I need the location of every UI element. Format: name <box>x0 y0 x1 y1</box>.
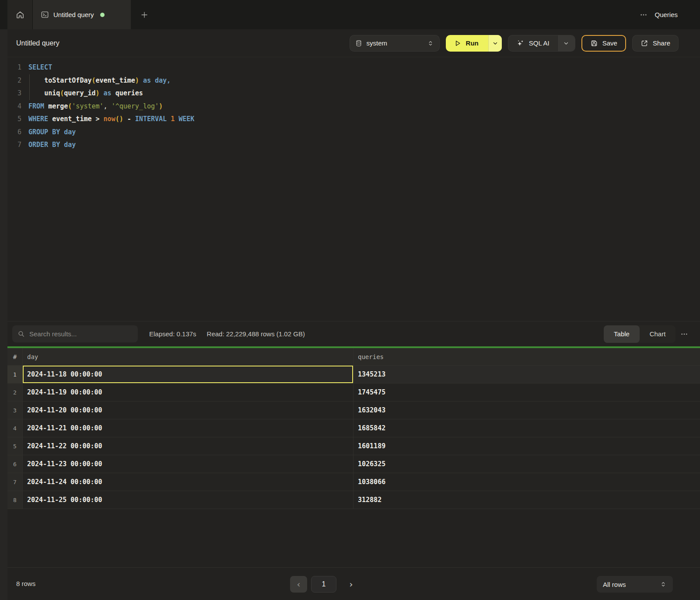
save-label: Save <box>602 39 617 47</box>
day-cell[interactable]: 2024-11-23 00:00:00 <box>23 455 353 473</box>
code-text: SELECT <box>21 61 52 74</box>
row-index-cell[interactable]: 7 <box>7 473 23 491</box>
line-number: 7 <box>7 139 21 152</box>
plus-icon <box>140 11 148 19</box>
results-table: # day queries 12024-11-18 00:00:00134521… <box>7 348 700 509</box>
column-header-queries[interactable]: queries <box>353 348 700 366</box>
code-text: GROUP BY day <box>21 126 76 139</box>
save-button[interactable]: Save <box>581 35 626 52</box>
queries-cell[interactable]: 312882 <box>353 491 700 509</box>
row-index-cell[interactable]: 1 <box>7 366 23 384</box>
left-edge-rail <box>0 29 7 600</box>
table-row: 52024-11-22 00:00:001601189 <box>7 437 700 455</box>
day-cell[interactable]: 2024-11-18 00:00:00 <box>23 366 353 384</box>
day-cell[interactable]: 2024-11-24 00:00:00 <box>23 473 353 491</box>
rows-per-page-selector[interactable]: All rows <box>597 576 673 593</box>
sql-ai-button-group: SQL AI <box>508 35 575 52</box>
line-number: 2 <box>7 74 21 87</box>
chevron-down-icon <box>492 40 498 46</box>
next-page-button[interactable]: › <box>343 576 360 593</box>
current-page-button[interactable]: 1 <box>311 576 336 593</box>
row-index-cell[interactable]: 3 <box>7 401 23 419</box>
tab-chart-view[interactable]: Chart <box>640 325 676 343</box>
day-cell[interactable]: 2024-11-22 00:00:00 <box>23 437 353 455</box>
queries-value: 1038066 <box>358 478 385 486</box>
tab-bar: Untitled query Queries <box>0 0 700 29</box>
terminal-icon <box>41 10 49 19</box>
queries-cell[interactable]: 1601189 <box>353 437 700 455</box>
day-value: 2024-11-19 00:00:00 <box>27 388 102 396</box>
table-row: 12024-11-18 00:00:001345213 <box>7 366 700 384</box>
results-more-options-button[interactable] <box>676 330 693 338</box>
queries-link[interactable]: Queries <box>654 11 678 18</box>
pagination: ‹ 1 › <box>290 576 360 593</box>
sql-ai-button[interactable]: SQL AI <box>508 35 557 51</box>
queries-value: 312882 <box>358 496 382 504</box>
row-index-cell[interactable]: 8 <box>7 491 23 509</box>
day-value: 2024-11-22 00:00:00 <box>27 442 102 450</box>
queries-cell[interactable]: 1026325 <box>353 455 700 473</box>
home-icon <box>16 10 24 19</box>
code-line[interactable]: 1SELECT <box>7 61 700 74</box>
tab-table-view[interactable]: Table <box>604 325 640 343</box>
code-text: ORDER BY day <box>21 139 76 152</box>
day-cell[interactable]: 2024-11-25 00:00:00 <box>23 491 353 509</box>
query-toolbar: Untitled query system <box>7 29 700 57</box>
queries-value: 1632043 <box>358 406 385 414</box>
save-icon <box>590 39 598 47</box>
more-options-icon[interactable] <box>640 11 648 19</box>
code-line[interactable]: 3 uniq(query_id) as queries <box>7 87 700 100</box>
queries-cell[interactable]: 1685842 <box>353 419 700 437</box>
new-tab-button[interactable] <box>131 0 158 29</box>
queries-value: 1685842 <box>358 424 385 432</box>
results-footer: 8 rows ‹ 1 › All rows <box>7 567 700 600</box>
queries-cell[interactable]: 1038066 <box>353 473 700 491</box>
search-results-box[interactable] <box>12 325 138 342</box>
play-icon <box>454 39 462 47</box>
previous-page-button[interactable]: ‹ <box>290 576 307 593</box>
day-cell[interactable]: 2024-11-21 00:00:00 <box>23 419 353 437</box>
tab-title: Untitled query <box>53 11 94 18</box>
queries-cell[interactable]: 1745475 <box>353 384 700 401</box>
share-label: Share <box>653 39 670 47</box>
sql-editor[interactable]: 1SELECT2 toStartOfDay(event_time) as day… <box>7 57 700 321</box>
day-value: 2024-11-23 00:00:00 <box>27 460 102 468</box>
day-cell[interactable]: 2024-11-20 00:00:00 <box>23 401 353 419</box>
database-selector[interactable]: system <box>350 35 440 52</box>
chevron-left-icon: ‹ <box>297 580 301 589</box>
code-line[interactable]: 7ORDER BY day <box>7 139 700 152</box>
day-value: 2024-11-21 00:00:00 <box>27 424 102 432</box>
line-number: 4 <box>7 100 21 113</box>
search-results-input[interactable] <box>29 330 133 338</box>
day-value: 2024-11-18 00:00:00 <box>27 370 102 378</box>
row-index-cell[interactable]: 2 <box>7 384 23 401</box>
code-line[interactable]: 2 toStartOfDay(event_time) as day, <box>7 74 700 87</box>
run-button[interactable]: Run <box>446 35 488 52</box>
queries-value: 1745475 <box>358 388 385 396</box>
row-index-cell[interactable]: 5 <box>7 437 23 455</box>
share-button[interactable]: Share <box>632 35 679 52</box>
code-line[interactable]: 5WHERE event_time > now() - INTERVAL 1 W… <box>7 113 700 126</box>
queries-cell[interactable]: 1345213 <box>353 366 700 384</box>
column-header-day[interactable]: day <box>23 348 353 366</box>
queries-cell[interactable]: 1632043 <box>353 401 700 419</box>
code-line[interactable]: 6GROUP BY day <box>7 126 700 139</box>
code-lines: 1SELECT2 toStartOfDay(event_time) as day… <box>7 61 700 152</box>
line-number: 6 <box>7 126 21 139</box>
row-index-cell[interactable]: 6 <box>7 455 23 473</box>
code-line[interactable]: 4FROM merge('system', '^query_log') <box>7 100 700 113</box>
day-value: 2024-11-25 00:00:00 <box>27 496 102 504</box>
database-icon <box>355 40 362 47</box>
day-cell[interactable]: 2024-11-19 00:00:00 <box>23 384 353 401</box>
chevron-right-icon: › <box>350 580 353 589</box>
tab-untitled-query[interactable]: Untitled query <box>33 0 131 29</box>
elapsed-stat: Elapsed: 0.137s <box>149 330 196 338</box>
row-index-cell[interactable]: 4 <box>7 419 23 437</box>
run-options-button[interactable] <box>488 35 502 52</box>
results-table-body: 12024-11-18 00:00:00134521322024-11-19 0… <box>7 366 700 509</box>
search-icon <box>18 330 25 338</box>
sql-ai-options-button[interactable] <box>557 35 575 51</box>
table-row: 72024-11-24 00:00:001038066 <box>7 473 700 491</box>
column-header-index[interactable]: # <box>7 348 23 366</box>
home-button[interactable] <box>7 0 33 29</box>
